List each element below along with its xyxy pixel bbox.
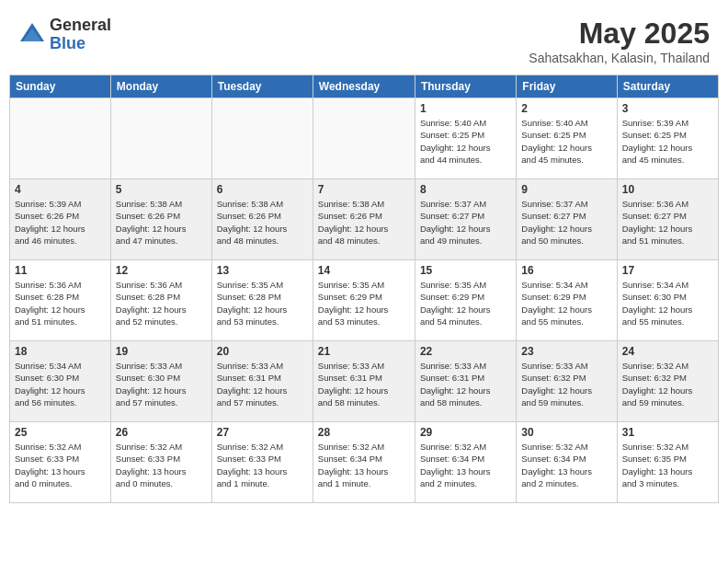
day-number: 21 xyxy=(318,345,410,358)
day-info: Sunrise: 5:32 AMSunset: 6:34 PMDaylight:… xyxy=(318,441,410,489)
day-number: 10 xyxy=(622,183,713,196)
calendar-cell: 5Sunrise: 5:38 AMSunset: 6:26 PMDaylight… xyxy=(110,179,211,260)
logo-icon xyxy=(18,21,46,49)
logo: General Blue xyxy=(18,17,111,53)
week-row-5: 25Sunrise: 5:32 AMSunset: 6:33 PMDayligh… xyxy=(10,422,719,503)
day-number: 8 xyxy=(420,183,511,196)
day-info: Sunrise: 5:32 AMSunset: 6:34 PMDaylight:… xyxy=(521,441,611,489)
calendar-cell: 29Sunrise: 5:32 AMSunset: 6:34 PMDayligh… xyxy=(415,422,516,503)
calendar-cell xyxy=(110,98,211,179)
day-info: Sunrise: 5:36 AMSunset: 6:28 PMDaylight:… xyxy=(15,279,106,327)
day-header-friday: Friday xyxy=(517,75,617,98)
day-number: 15 xyxy=(420,264,511,277)
day-number: 12 xyxy=(116,264,207,277)
day-info: Sunrise: 5:33 AMSunset: 6:30 PMDaylight:… xyxy=(116,360,207,408)
day-info: Sunrise: 5:33 AMSunset: 6:31 PMDaylight:… xyxy=(420,360,511,408)
calendar-cell: 9Sunrise: 5:37 AMSunset: 6:27 PMDaylight… xyxy=(517,179,617,260)
day-info: Sunrise: 5:36 AMSunset: 6:28 PMDaylight:… xyxy=(116,279,207,327)
calendar-cell: 26Sunrise: 5:32 AMSunset: 6:33 PMDayligh… xyxy=(110,422,211,503)
day-number: 7 xyxy=(318,183,410,196)
day-number: 26 xyxy=(116,426,207,439)
calendar-cell: 19Sunrise: 5:33 AMSunset: 6:30 PMDayligh… xyxy=(110,341,211,422)
day-number: 27 xyxy=(217,426,308,439)
month-title: May 2025 xyxy=(529,17,710,51)
day-header-thursday: Thursday xyxy=(415,75,516,98)
day-info: Sunrise: 5:33 AMSunset: 6:31 PMDaylight:… xyxy=(217,360,308,408)
day-number: 29 xyxy=(420,426,511,439)
header-row: SundayMondayTuesdayWednesdayThursdayFrid… xyxy=(10,75,719,98)
week-row-4: 18Sunrise: 5:34 AMSunset: 6:30 PMDayligh… xyxy=(10,341,719,422)
day-number: 24 xyxy=(622,345,713,358)
day-number: 6 xyxy=(217,183,308,196)
day-number: 28 xyxy=(318,426,410,439)
calendar-cell: 16Sunrise: 5:34 AMSunset: 6:29 PMDayligh… xyxy=(517,260,617,341)
day-info: Sunrise: 5:34 AMSunset: 6:30 PMDaylight:… xyxy=(15,360,106,408)
day-info: Sunrise: 5:40 AMSunset: 6:25 PMDaylight:… xyxy=(521,117,611,166)
day-header-saturday: Saturday xyxy=(617,75,718,98)
logo-blue-text: Blue xyxy=(50,35,111,53)
calendar-cell: 22Sunrise: 5:33 AMSunset: 6:31 PMDayligh… xyxy=(415,341,516,422)
day-info: Sunrise: 5:39 AMSunset: 6:25 PMDaylight:… xyxy=(622,117,713,166)
calendar-cell: 7Sunrise: 5:38 AMSunset: 6:26 PMDaylight… xyxy=(313,179,415,260)
day-header-monday: Monday xyxy=(110,75,211,98)
day-number: 2 xyxy=(521,102,611,115)
day-info: Sunrise: 5:38 AMSunset: 6:26 PMDaylight:… xyxy=(318,198,410,247)
day-info: Sunrise: 5:32 AMSunset: 6:33 PMDaylight:… xyxy=(217,441,308,489)
calendar-cell: 17Sunrise: 5:34 AMSunset: 6:30 PMDayligh… xyxy=(617,260,718,341)
calendar-cell: 30Sunrise: 5:32 AMSunset: 6:34 PMDayligh… xyxy=(517,422,617,503)
day-info: Sunrise: 5:35 AMSunset: 6:28 PMDaylight:… xyxy=(217,279,308,327)
day-number: 13 xyxy=(217,264,308,277)
day-number: 25 xyxy=(15,426,106,439)
day-info: Sunrise: 5:40 AMSunset: 6:25 PMDaylight:… xyxy=(420,117,511,166)
day-number: 31 xyxy=(622,426,713,439)
calendar-cell: 31Sunrise: 5:32 AMSunset: 6:35 PMDayligh… xyxy=(617,422,718,503)
calendar-cell: 11Sunrise: 5:36 AMSunset: 6:28 PMDayligh… xyxy=(10,260,111,341)
day-number: 18 xyxy=(15,345,106,358)
calendar-table: SundayMondayTuesdayWednesdayThursdayFrid… xyxy=(9,75,719,503)
page-header: General Blue May 2025 Sahatsakhan, Kalas… xyxy=(9,9,719,71)
title-block: May 2025 Sahatsakhan, Kalasin, Thailand xyxy=(529,17,710,65)
day-info: Sunrise: 5:38 AMSunset: 6:26 PMDaylight:… xyxy=(217,198,308,247)
calendar-cell: 13Sunrise: 5:35 AMSunset: 6:28 PMDayligh… xyxy=(211,260,313,341)
day-info: Sunrise: 5:37 AMSunset: 6:27 PMDaylight:… xyxy=(420,198,511,247)
calendar-cell: 18Sunrise: 5:34 AMSunset: 6:30 PMDayligh… xyxy=(10,341,111,422)
day-number: 1 xyxy=(420,102,511,115)
calendar-cell: 14Sunrise: 5:35 AMSunset: 6:29 PMDayligh… xyxy=(313,260,415,341)
day-info: Sunrise: 5:34 AMSunset: 6:29 PMDaylight:… xyxy=(521,279,611,327)
calendar-cell: 2Sunrise: 5:40 AMSunset: 6:25 PMDaylight… xyxy=(517,98,617,179)
week-row-2: 4Sunrise: 5:39 AMSunset: 6:26 PMDaylight… xyxy=(10,179,719,260)
day-info: Sunrise: 5:32 AMSunset: 6:33 PMDaylight:… xyxy=(15,441,106,489)
calendar-cell xyxy=(313,98,415,179)
calendar-cell: 28Sunrise: 5:32 AMSunset: 6:34 PMDayligh… xyxy=(313,422,415,503)
day-info: Sunrise: 5:33 AMSunset: 6:31 PMDaylight:… xyxy=(318,360,410,408)
calendar-cell: 3Sunrise: 5:39 AMSunset: 6:25 PMDaylight… xyxy=(617,98,718,179)
day-info: Sunrise: 5:39 AMSunset: 6:26 PMDaylight:… xyxy=(15,198,106,247)
day-info: Sunrise: 5:37 AMSunset: 6:27 PMDaylight:… xyxy=(521,198,611,247)
week-row-1: 1Sunrise: 5:40 AMSunset: 6:25 PMDaylight… xyxy=(10,98,719,179)
day-header-wednesday: Wednesday xyxy=(313,75,415,98)
calendar-cell: 15Sunrise: 5:35 AMSunset: 6:29 PMDayligh… xyxy=(415,260,516,341)
calendar-cell: 1Sunrise: 5:40 AMSunset: 6:25 PMDaylight… xyxy=(415,98,516,179)
calendar-cell: 20Sunrise: 5:33 AMSunset: 6:31 PMDayligh… xyxy=(211,341,313,422)
calendar-cell: 10Sunrise: 5:36 AMSunset: 6:27 PMDayligh… xyxy=(617,179,718,260)
day-number: 19 xyxy=(116,345,207,358)
day-number: 30 xyxy=(521,426,611,439)
day-info: Sunrise: 5:32 AMSunset: 6:32 PMDaylight:… xyxy=(622,360,713,408)
day-number: 16 xyxy=(521,264,611,277)
day-info: Sunrise: 5:36 AMSunset: 6:27 PMDaylight:… xyxy=(622,198,713,247)
calendar-cell: 23Sunrise: 5:33 AMSunset: 6:32 PMDayligh… xyxy=(517,341,617,422)
location-subtitle: Sahatsakhan, Kalasin, Thailand xyxy=(529,51,710,65)
calendar-cell: 27Sunrise: 5:32 AMSunset: 6:33 PMDayligh… xyxy=(211,422,313,503)
day-info: Sunrise: 5:38 AMSunset: 6:26 PMDaylight:… xyxy=(116,198,207,247)
day-number: 14 xyxy=(318,264,410,277)
calendar-cell: 8Sunrise: 5:37 AMSunset: 6:27 PMDaylight… xyxy=(415,179,516,260)
day-number: 11 xyxy=(15,264,106,277)
day-header-tuesday: Tuesday xyxy=(211,75,313,98)
day-number: 9 xyxy=(521,183,611,196)
calendar-cell xyxy=(211,98,313,179)
day-number: 3 xyxy=(622,102,713,115)
day-number: 23 xyxy=(521,345,611,358)
calendar-cell: 12Sunrise: 5:36 AMSunset: 6:28 PMDayligh… xyxy=(110,260,211,341)
day-info: Sunrise: 5:32 AMSunset: 6:33 PMDaylight:… xyxy=(116,441,207,489)
day-info: Sunrise: 5:33 AMSunset: 6:32 PMDaylight:… xyxy=(521,360,611,408)
